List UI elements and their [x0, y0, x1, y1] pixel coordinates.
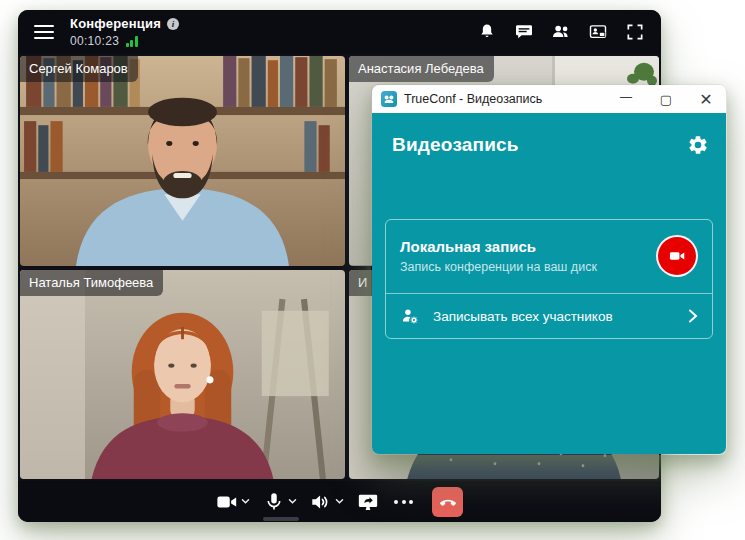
participants-icon[interactable] — [550, 22, 571, 43]
local-recording-card: Локальная запись Запись конференции на в… — [385, 219, 713, 339]
record-button[interactable] — [656, 235, 698, 277]
minimize-button[interactable]: — — [606, 85, 646, 113]
video-stream — [20, 56, 345, 266]
dialog-body: Видеозапись Локальная запись Запись конф… — [372, 113, 726, 454]
speaker-button[interactable] — [310, 491, 344, 513]
conference-timer: 00:10:23 — [70, 34, 119, 48]
close-button[interactable]: ✕ — [686, 85, 726, 113]
chevron-down-icon[interactable] — [335, 498, 344, 505]
participant-name: Сергей Комаров — [20, 56, 138, 82]
record-all-participants-label: Записывать всех участников — [433, 309, 613, 324]
camera-button[interactable] — [216, 491, 250, 513]
info-icon[interactable]: i — [167, 18, 179, 30]
more-options-button[interactable] — [392, 500, 415, 504]
dialog-titlebar[interactable]: TrueConf - Видеозапись — ▢ ✕ — [372, 85, 726, 113]
microphone-button[interactable] — [263, 491, 297, 513]
recording-card-title: Локальная запись — [400, 238, 597, 255]
fullscreen-icon[interactable] — [624, 22, 645, 43]
chevron-down-icon[interactable] — [288, 498, 297, 505]
record-camera-icon — [667, 246, 687, 266]
chat-icon[interactable] — [513, 22, 534, 43]
record-all-participants-row[interactable]: Записывать всех участников — [386, 294, 712, 338]
mic-level-meter — [263, 517, 299, 521]
person-settings-icon — [400, 306, 420, 326]
hangup-icon — [438, 492, 458, 512]
more-icon — [392, 500, 415, 504]
conference-info: Конференция i 00:10:23 — [70, 16, 179, 48]
conference-title: Конференция — [70, 16, 161, 31]
signal-strength-icon — [126, 36, 137, 47]
trueconf-logo-icon — [381, 91, 397, 107]
recording-card-subtitle: Запись конференции на ваш диск — [400, 260, 597, 274]
chevron-right-icon — [688, 309, 698, 323]
bell-icon[interactable] — [476, 22, 497, 43]
conference-topbar: Конференция i 00:10:23 — [18, 10, 661, 54]
participant-name: Анастасия Лебедева — [349, 56, 494, 82]
layout-icon[interactable] — [587, 22, 608, 43]
recording-dialog: TrueConf - Видеозапись — ▢ ✕ Видеозапись… — [371, 84, 727, 455]
dialog-window-title: TrueConf - Видеозапись — [404, 92, 542, 106]
maximize-button[interactable]: ▢ — [646, 85, 686, 113]
video-tile-sergey[interactable]: Сергей Комаров — [20, 56, 345, 266]
screen-share-button[interactable] — [357, 491, 379, 513]
participant-name: Наталья Тимофеева — [20, 270, 163, 296]
hangup-button[interactable] — [432, 487, 463, 517]
video-tile-natalia[interactable]: Наталья Тимофеева — [20, 270, 345, 480]
chevron-down-icon[interactable] — [241, 498, 250, 505]
dialog-heading: Видеозапись — [392, 134, 519, 156]
gear-icon[interactable] — [686, 133, 710, 157]
call-controls-toolbar — [18, 481, 661, 522]
video-stream — [20, 270, 345, 480]
menu-icon[interactable] — [34, 25, 54, 40]
